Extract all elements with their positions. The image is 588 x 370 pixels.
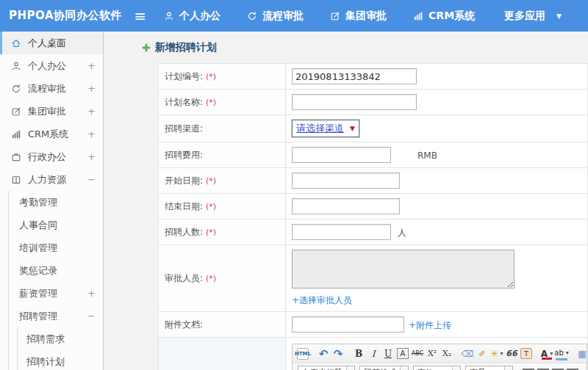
sidebar-item-sub[interactable]: 人事合同 [9, 214, 103, 236]
start-date-input[interactable] [292, 173, 400, 189]
custom-title-select[interactable]: 自定义标题▾ [298, 366, 355, 370]
expand-toggle[interactable]: − [87, 311, 96, 322]
redo-icon[interactable]: ↷ [332, 347, 344, 360]
expand-toggle[interactable]: + [87, 60, 96, 71]
sidebar-item[interactable]: 行政办公+ [0, 145, 103, 168]
recruit-submenu: 招聘需求招聘计划人才库 [17, 327, 103, 370]
sidebar-item-label: 人事合同 [19, 219, 57, 232]
person-icon [164, 11, 174, 21]
channel-select-value: 请选择渠道 [296, 122, 344, 135]
headcount-input[interactable] [292, 224, 391, 240]
channel-label: 招聘渠道: [165, 123, 203, 134]
sidebar-item[interactable]: CRM系统+ [0, 123, 103, 145]
attachment-input[interactable] [292, 316, 404, 333]
superscript-button[interactable]: X² [426, 347, 438, 360]
end-date-input[interactable] [292, 198, 400, 214]
sidebar-item-label: 个人办公 [28, 59, 66, 73]
sidebar-item-sub[interactable]: 培训管理 [9, 236, 103, 259]
approver-textarea[interactable] [292, 250, 514, 289]
nav-item-person[interactable]: 个人办公 [164, 10, 220, 23]
nav-item-label: 流程审批 [262, 10, 304, 23]
book-icon [11, 175, 21, 185]
sidebar-item-label: 招聘管理 [19, 310, 57, 323]
nav-item-more-apps[interactable]: 更多应用 ▼ [504, 10, 562, 23]
format-brush-icon[interactable]: ✐ [476, 347, 488, 360]
font-size-select[interactable]: 字号▾ [465, 366, 513, 370]
sidebar-item-sub[interactable]: 招聘管理− [9, 305, 103, 327]
sidebar-item-sub[interactable]: 招聘需求 [18, 327, 103, 350]
sidebar-item-sub[interactable]: 招聘计划 [18, 350, 103, 370]
italic-button[interactable]: I [368, 347, 379, 360]
channel-select[interactable]: 请选择渠道 ▼ [292, 120, 359, 137]
required-mark: (*) [206, 228, 216, 237]
sidebar-item-sub[interactable]: 薪资管理+ [9, 282, 103, 305]
plan-name-input[interactable] [292, 94, 417, 110]
page-title: 新增招聘计划 [155, 41, 217, 54]
end-date-label: 结束日期: [165, 201, 203, 211]
expand-toggle[interactable]: + [87, 106, 96, 117]
link-icon[interactable]: ∞ [581, 366, 587, 370]
paste-icon[interactable]: T [520, 348, 532, 359]
sidebar-item[interactable]: 人力资源− [0, 168, 103, 191]
blockquote-icon[interactable]: 66 [506, 347, 517, 360]
choose-approver-link[interactable]: +选择审批人员 [292, 295, 352, 305]
expand-toggle[interactable]: − [87, 174, 96, 185]
nav-item-chart[interactable]: CRM系统 [413, 10, 475, 23]
nav-item-edit[interactable]: 集团审批 [330, 10, 387, 23]
attachment-upload-link[interactable]: +附件上传 [409, 320, 451, 330]
insert-image-icon[interactable]: ▦ [576, 347, 587, 360]
paragraph-format-select[interactable]: 段落格式▾ [359, 366, 409, 370]
font-family-select-value: 字体 [414, 367, 452, 370]
nav-item-label: CRM系统 [429, 10, 475, 23]
expand-toggle[interactable]: + [87, 83, 96, 94]
autotypeset-icon[interactable]: ✳ [491, 347, 503, 360]
form-row-channel: 招聘渠道: 请选择渠道 ▼ [159, 115, 588, 142]
app-logo: PHPOA协同办公软件 [0, 9, 126, 23]
source-mode-button[interactable]: HTML [297, 348, 309, 360]
cycle-icon [11, 84, 21, 94]
underline-button[interactable]: U [382, 347, 394, 360]
attachment-label: 附件文档: [165, 319, 203, 330]
caret-down-icon: ▾ [452, 366, 460, 370]
main-nav: 个人办公流程审批集团审批CRM系统 [164, 10, 501, 23]
page-header: ✚ 新增招聘计划 [104, 32, 588, 63]
nav-item-cycle[interactable]: 流程审批 [247, 10, 304, 23]
eraser-icon[interactable]: ⌫ [462, 347, 473, 360]
bold-button[interactable]: B [353, 347, 365, 360]
plan-no-input[interactable] [292, 68, 417, 84]
text-style-button[interactable]: A [397, 348, 409, 359]
add-plus-icon: ✚ [142, 42, 151, 54]
form-row-start-date: 开始日期:(*) [159, 168, 588, 194]
top-navbar: PHPOA协同办公软件 ≡ 个人办公流程审批集团审批CRM系统 更多应用 ▼ [0, 0, 588, 32]
cycle-icon [247, 11, 257, 21]
chart-icon [413, 11, 423, 21]
font-family-select[interactable]: 字体▾ [413, 366, 461, 370]
expand-toggle[interactable]: + [87, 288, 96, 299]
sidebar-item[interactable]: 个人桌面 [0, 32, 103, 54]
edit-icon [330, 11, 340, 21]
chart-icon [11, 129, 21, 139]
sidebar-item-sub[interactable]: 考勤管理 [9, 191, 103, 214]
highlight-icon[interactable]: ab [556, 347, 567, 360]
expand-toggle[interactable]: + [87, 128, 96, 139]
sidebar-item[interactable]: 个人办公+ [0, 54, 103, 77]
recruit-plan-form: 计划编号:(*) 计划名称:(*) 招聘渠道: 请选择渠道 ▼ [158, 63, 588, 370]
subscript-button[interactable]: X₂ [441, 347, 453, 360]
menu-toggle-icon[interactable]: ≡ [126, 7, 154, 25]
font-size-select-value: 字号 [466, 367, 504, 370]
sidebar-item-label: CRM系统 [28, 128, 68, 141]
form-row-plan-name: 计划名称:(*) [159, 90, 588, 115]
sidebar-item[interactable]: 流程审批+ [0, 77, 103, 100]
sidebar-item-label: 奖惩记录 [19, 264, 57, 278]
form-row-editor: HTML↶↷BIUAABCX²X₂⌫✐✳66TAab▦ 自定义标题▾段落格式▾字… [159, 338, 588, 370]
sidebar-item-sub[interactable]: 奖惩记录 [9, 259, 103, 282]
fee-input[interactable] [292, 147, 391, 163]
caret-down-icon: ▼ [556, 12, 562, 20]
undo-icon[interactable]: ↶ [318, 347, 329, 360]
expand-toggle[interactable]: + [87, 151, 96, 162]
sidebar-item[interactable]: 集团审批+ [0, 100, 103, 123]
sidebar-item-label: 流程审批 [28, 82, 66, 95]
font-color-icon[interactable]: A [541, 347, 553, 360]
custom-title-select-value: 自定义标题 [298, 367, 346, 370]
strikethrough-button[interactable]: ABC [412, 347, 423, 360]
